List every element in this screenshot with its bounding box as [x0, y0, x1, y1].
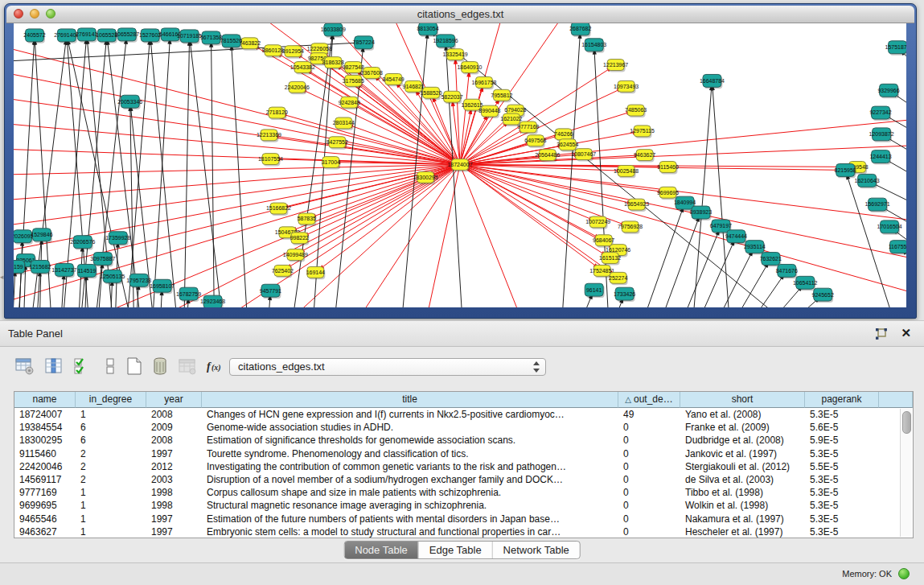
cell-short[interactable]: de Silva et al. (2003): [680, 473, 805, 486]
graph-node-teal[interactable]: 1215682: [29, 260, 51, 274]
graph-node-yellow[interactable]: 8990448: [478, 105, 500, 118]
cell-in_degree[interactable]: 1: [76, 486, 146, 499]
graph-node-teal[interactable]: 5671358: [200, 31, 222, 46]
column-header-pagerank[interactable]: pagerank: [805, 392, 879, 408]
cell-title[interactable]: Investigating the contribution of common…: [202, 460, 618, 473]
cell-short[interactable]: Jankovic et al. (1997): [680, 447, 805, 460]
graph-node-teal[interactable]: 1529846: [31, 229, 52, 243]
graph-node-yellow[interactable]: 18640910: [457, 62, 482, 75]
graph-node-teal[interactable]: 13142737: [51, 263, 76, 278]
window-titlebar[interactable]: citations_edges.txt: [6, 6, 914, 23]
graph-node-teal[interactable]: 8471676: [776, 264, 798, 278]
cell-title[interactable]: Corpus callosum shape and size in male p…: [202, 486, 618, 499]
cell-pagerank[interactable]: 5.3E-5: [805, 447, 879, 460]
cell-year[interactable]: 2003: [146, 473, 202, 486]
graph-node-teal[interactable]: 114519: [77, 264, 97, 278]
graph-node-teal[interactable]: 1733426: [614, 287, 635, 302]
graph-node-yellow[interactable]: 10072249: [585, 216, 610, 229]
select-all-check-icon[interactable]: [73, 356, 92, 376]
graph-node-yellow[interactable]: 10025488: [614, 166, 639, 179]
graph-node-teal[interactable]: 16154803: [581, 39, 606, 53]
graph-node-yellow[interactable]: 1615132: [599, 253, 621, 266]
column-header-in_degree[interactable]: in_degree: [76, 392, 146, 408]
graph-node-teal[interactable]: 12923468: [200, 295, 225, 307]
cell-title[interactable]: Structural magnetic resonance image aver…: [202, 499, 618, 512]
graph-node-yellow[interactable]: 8454749: [383, 73, 405, 86]
cell-in_degree[interactable]: 1: [76, 525, 146, 538]
graph-node-yellow[interactable]: 12975115: [630, 126, 655, 138]
cell-short[interactable]: Wolkin et al. (1998): [680, 499, 805, 512]
import-table-icon[interactable]: [178, 356, 197, 376]
cell-short[interactable]: Tibbo et al. (1998): [680, 486, 805, 499]
graph-node-yellow[interactable]: 3624554: [556, 139, 578, 152]
table-row[interactable]: 2242004622012Investigating the contribut…: [14, 460, 913, 473]
cell-short[interactable]: Stergiakouli et al. (2012): [680, 460, 805, 473]
graph-node-yellow[interactable]: 8912954: [282, 46, 304, 59]
graph-node-yellow[interactable]: 22420046: [285, 81, 310, 94]
graph-node-teal[interactable]: 8813054: [417, 23, 438, 37]
scrollbar-thumb[interactable]: [902, 411, 911, 434]
graph-node-yellow[interactable]: 8860128: [262, 45, 284, 58]
cell-name[interactable]: 9777169: [14, 486, 76, 499]
graph-node-yellow[interactable]: 6497568: [524, 135, 546, 148]
cell-in_degree[interactable]: 1: [76, 499, 146, 512]
cell-name[interactable]: 18724007: [14, 408, 76, 421]
vertical-scrollbar[interactable]: [900, 409, 912, 537]
graph-node-teal[interactable]: 16782759: [176, 287, 201, 302]
cell-pagerank[interactable]: 5.3E-5: [805, 473, 879, 486]
column-header-out_degree[interactable]: △out_de…: [618, 392, 680, 408]
graph-node-yellow[interactable]: 7485063: [625, 105, 647, 117]
graph-node-yellow[interactable]: 8186328: [322, 57, 344, 70]
cell-short[interactable]: Yano et al. (2008): [680, 408, 805, 421]
graph-node-yellow[interactable]: 317004: [322, 157, 341, 170]
cell-year[interactable]: 2008: [146, 434, 202, 447]
cell-name[interactable]: 22420046: [14, 460, 76, 473]
cell-title[interactable]: Changes of HCN gene expression and I(f) …: [202, 408, 618, 421]
graph-node-teal[interactable]: 16210643: [855, 174, 880, 188]
graph-node-yellow[interactable]: 9463627: [634, 150, 655, 163]
cell-out_degree[interactable]: 0: [618, 513, 680, 525]
tab-edge-table[interactable]: Edge Table: [418, 542, 492, 558]
graph-node-teal[interactable]: 2935114: [744, 241, 766, 255]
float-panel-icon[interactable]: [874, 327, 889, 341]
graph-node-teal[interactable]: 12505135: [100, 270, 125, 284]
cell-pagerank[interactable]: 5.9E-5: [805, 434, 879, 447]
close-panel-icon[interactable]: ✕: [901, 326, 911, 340]
graph-node-teal[interactable]: 1244413: [869, 150, 891, 165]
graph-node-teal[interactable]: 16033809: [321, 23, 346, 38]
cell-out_degree[interactable]: 0: [618, 486, 680, 499]
cell-out_degree[interactable]: 0: [618, 434, 680, 447]
function-builder-icon[interactable]: f (x): [205, 356, 228, 376]
delete-table-icon[interactable]: [150, 356, 170, 376]
cell-name[interactable]: 9465546: [14, 513, 76, 525]
cell-year[interactable]: 2012: [146, 460, 202, 473]
cell-title[interactable]: Embryonic stem cells: a model to study s…: [202, 525, 618, 538]
graph-node-yellow[interactable]: 9115460: [657, 162, 679, 175]
graph-node-teal[interactable]: 7815526: [220, 35, 242, 49]
citation-network-graph[interactable]: 1872400788601288912954122260589827508818…: [14, 23, 906, 307]
cell-pagerank[interactable]: 5.3E-5: [805, 408, 879, 421]
table-row[interactable]: 946554611997Estimation of the future num…: [14, 513, 913, 525]
graph-node-yellow[interactable]: 10543382: [290, 62, 315, 75]
graph-node-teal[interactable]: 8938923: [690, 206, 712, 220]
graph-node-teal[interactable]: 9474444: [725, 230, 747, 245]
cell-in_degree[interactable]: 1: [76, 408, 146, 421]
graph-node-yellow[interactable]: 3175685: [343, 75, 364, 88]
cell-name[interactable]: 9699695: [14, 499, 76, 512]
graph-node-teal[interactable]: 9227342: [869, 106, 891, 121]
graph-node-yellow[interactable]: 79756928: [618, 221, 643, 234]
cell-out_degree[interactable]: 0: [618, 421, 680, 434]
graph-node-teal[interactable]: 1527602: [139, 29, 161, 43]
graph-node-teal[interactable]: 12093872: [869, 128, 894, 142]
cell-year[interactable]: 2009: [146, 421, 202, 434]
cell-in_degree[interactable]: 6: [76, 421, 146, 434]
network-window[interactable]: citations_edges.txt 18724007886012889129…: [4, 3, 917, 319]
cell-year[interactable]: 1997: [146, 447, 202, 460]
graph-node-yellow[interactable]: 10973493: [614, 80, 639, 93]
graph-node-teal[interactable]: 2405572: [23, 29, 45, 43]
control-panel-collapse-arrow[interactable]: ◂: [0, 272, 6, 282]
cell-short[interactable]: Nakamura et al. (1997): [680, 513, 805, 525]
cell-pagerank[interactable]: 5.3E-5: [805, 486, 879, 499]
table-row[interactable]: 1938455462009Genome-wide association stu…: [14, 421, 913, 434]
tab-network-table[interactable]: Network Table: [492, 542, 580, 558]
